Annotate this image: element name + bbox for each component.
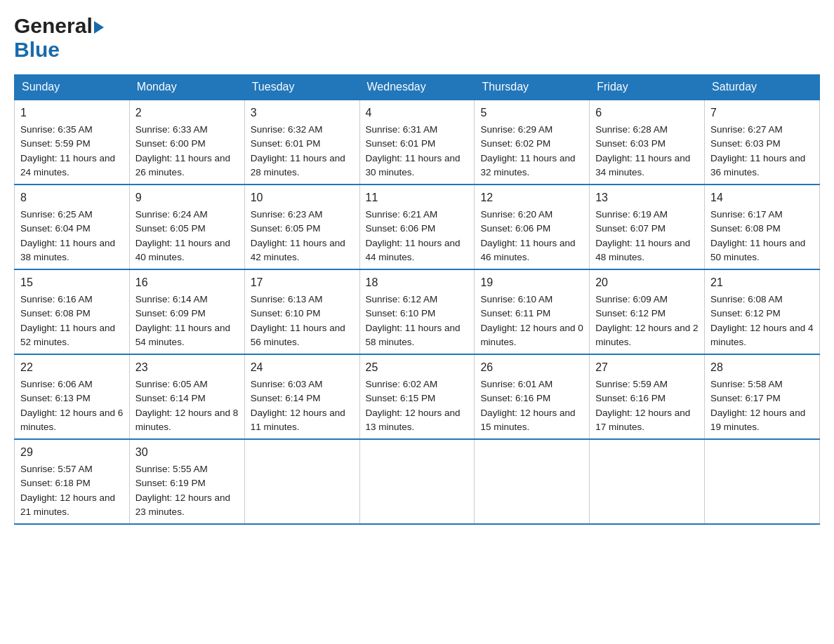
day-cell-20: 20Sunrise: 6:09 AMSunset: 6:12 PMDayligh… (590, 269, 705, 354)
sunset-text: Sunset: 6:08 PM (20, 307, 124, 321)
day-cell-3: 3Sunrise: 6:32 AMSunset: 6:01 PMDaylight… (244, 100, 359, 185)
sunrise-text: Sunrise: 6:10 AM (480, 293, 583, 307)
sunset-text: Sunset: 6:19 PM (135, 476, 239, 490)
sunrise-text: Sunrise: 6:33 AM (135, 123, 239, 137)
day-cell-16: 16Sunrise: 6:14 AMSunset: 6:09 PMDayligh… (129, 269, 244, 354)
daylight-text: Daylight: 12 hours and 6 minutes. (20, 406, 124, 435)
day-cell-8: 8Sunrise: 6:25 AMSunset: 6:04 PMDaylight… (15, 185, 130, 269)
day-cell-10: 10Sunrise: 6:23 AMSunset: 6:05 PMDayligh… (244, 185, 359, 269)
day-number: 26 (480, 359, 583, 376)
day-number: 16 (135, 274, 239, 291)
sunrise-text: Sunrise: 6:21 AM (366, 208, 469, 222)
day-number: 8 (20, 189, 124, 206)
day-number: 6 (595, 105, 699, 121)
daylight-text: Daylight: 11 hours and 50 minutes. (710, 236, 814, 265)
daylight-text: Daylight: 11 hours and 36 minutes. (710, 152, 814, 180)
sunset-text: Sunset: 6:03 PM (595, 137, 699, 151)
day-number: 3 (251, 105, 354, 121)
page-header: General Blue (14, 14, 820, 62)
empty-cell (475, 439, 590, 524)
daylight-text: Daylight: 11 hours and 54 minutes. (135, 321, 239, 350)
day-number: 9 (135, 189, 239, 206)
col-header-saturday: Saturday (705, 75, 820, 100)
sunset-text: Sunset: 6:08 PM (710, 222, 814, 236)
daylight-text: Daylight: 12 hours and 0 minutes. (480, 321, 583, 350)
sunset-text: Sunset: 6:02 PM (480, 137, 583, 151)
day-cell-2: 2Sunrise: 6:33 AMSunset: 6:00 PMDaylight… (129, 100, 244, 185)
sunset-text: Sunset: 6:05 PM (251, 222, 354, 236)
empty-cell (244, 439, 359, 524)
day-cell-29: 29Sunrise: 5:57 AMSunset: 6:18 PMDayligh… (15, 439, 130, 524)
day-number: 10 (251, 189, 354, 206)
day-cell-1: 1Sunrise: 6:35 AMSunset: 5:59 PMDaylight… (15, 100, 130, 185)
day-number: 15 (20, 274, 124, 291)
daylight-text: Daylight: 11 hours and 40 minutes. (135, 236, 239, 265)
sunrise-text: Sunrise: 6:16 AM (20, 293, 124, 307)
daylight-text: Daylight: 11 hours and 56 minutes. (251, 321, 354, 350)
sunrise-text: Sunrise: 6:23 AM (251, 208, 354, 222)
day-cell-5: 5Sunrise: 6:29 AMSunset: 6:02 PMDaylight… (475, 100, 590, 185)
sunset-text: Sunset: 6:12 PM (595, 307, 699, 321)
sunset-text: Sunset: 6:04 PM (20, 222, 124, 236)
sunrise-text: Sunrise: 5:58 AM (710, 377, 814, 391)
sunset-text: Sunset: 6:14 PM (251, 391, 354, 405)
col-header-tuesday: Tuesday (244, 75, 359, 100)
sunrise-text: Sunrise: 6:12 AM (366, 293, 469, 307)
day-number: 24 (251, 359, 354, 376)
sunrise-text: Sunrise: 6:19 AM (595, 208, 699, 222)
logo-arrow-icon (94, 21, 104, 34)
daylight-text: Daylight: 11 hours and 52 minutes. (20, 321, 124, 350)
day-number: 30 (135, 444, 239, 461)
daylight-text: Daylight: 12 hours and 11 minutes. (251, 406, 354, 435)
sunset-text: Sunset: 6:06 PM (366, 222, 469, 236)
sunset-text: Sunset: 6:13 PM (20, 391, 124, 405)
daylight-text: Daylight: 12 hours and 15 minutes. (480, 406, 583, 435)
daylight-text: Daylight: 11 hours and 48 minutes. (595, 236, 699, 265)
calendar-table: SundayMondayTuesdayWednesdayThursdayFrid… (14, 74, 820, 525)
sunrise-text: Sunrise: 5:57 AM (20, 462, 124, 476)
empty-cell (590, 439, 705, 524)
day-cell-15: 15Sunrise: 6:16 AMSunset: 6:08 PMDayligh… (15, 269, 130, 354)
week-row-4: 22Sunrise: 6:06 AMSunset: 6:13 PMDayligh… (15, 354, 820, 439)
sunset-text: Sunset: 6:09 PM (135, 307, 239, 321)
sunset-text: Sunset: 6:06 PM (480, 222, 583, 236)
daylight-text: Daylight: 11 hours and 28 minutes. (251, 152, 354, 180)
week-row-2: 8Sunrise: 6:25 AMSunset: 6:04 PMDaylight… (15, 185, 820, 269)
sunset-text: Sunset: 6:10 PM (366, 307, 469, 321)
sunrise-text: Sunrise: 6:31 AM (366, 123, 469, 137)
day-cell-11: 11Sunrise: 6:21 AMSunset: 6:06 PMDayligh… (359, 185, 475, 269)
sunset-text: Sunset: 6:16 PM (595, 391, 699, 405)
daylight-text: Daylight: 11 hours and 42 minutes. (251, 236, 354, 265)
sunset-text: Sunset: 6:01 PM (251, 137, 354, 151)
col-header-wednesday: Wednesday (359, 75, 475, 100)
daylight-text: Daylight: 12 hours and 8 minutes. (135, 406, 239, 435)
daylight-text: Daylight: 11 hours and 26 minutes. (135, 152, 239, 180)
day-number: 27 (595, 359, 699, 376)
day-number: 18 (366, 274, 469, 291)
sunset-text: Sunset: 6:11 PM (480, 307, 583, 321)
day-cell-28: 28Sunrise: 5:58 AMSunset: 6:17 PMDayligh… (705, 354, 820, 439)
day-number: 11 (366, 189, 469, 206)
day-cell-21: 21Sunrise: 6:08 AMSunset: 6:12 PMDayligh… (705, 269, 820, 354)
sunset-text: Sunset: 6:18 PM (20, 476, 124, 490)
daylight-text: Daylight: 11 hours and 34 minutes. (595, 152, 699, 180)
daylight-text: Daylight: 11 hours and 46 minutes. (480, 236, 583, 265)
day-cell-19: 19Sunrise: 6:10 AMSunset: 6:11 PMDayligh… (475, 269, 590, 354)
sunrise-text: Sunrise: 6:13 AM (251, 293, 354, 307)
sunrise-text: Sunrise: 6:35 AM (20, 123, 124, 137)
day-number: 1 (20, 105, 124, 121)
week-row-5: 29Sunrise: 5:57 AMSunset: 6:18 PMDayligh… (15, 439, 820, 524)
daylight-text: Daylight: 12 hours and 23 minutes. (135, 491, 239, 520)
sunset-text: Sunset: 6:12 PM (710, 307, 814, 321)
sunset-text: Sunset: 6:05 PM (135, 222, 239, 236)
daylight-text: Daylight: 11 hours and 58 minutes. (366, 321, 469, 350)
day-cell-30: 30Sunrise: 5:55 AMSunset: 6:19 PMDayligh… (129, 439, 244, 524)
sunrise-text: Sunrise: 6:27 AM (710, 123, 814, 137)
day-number: 20 (595, 274, 699, 291)
sunset-text: Sunset: 6:16 PM (480, 391, 583, 405)
sunrise-text: Sunrise: 6:02 AM (366, 377, 469, 391)
day-cell-23: 23Sunrise: 6:05 AMSunset: 6:14 PMDayligh… (129, 354, 244, 439)
empty-cell (359, 439, 475, 524)
col-header-thursday: Thursday (475, 75, 590, 100)
sunset-text: Sunset: 6:17 PM (710, 391, 814, 405)
